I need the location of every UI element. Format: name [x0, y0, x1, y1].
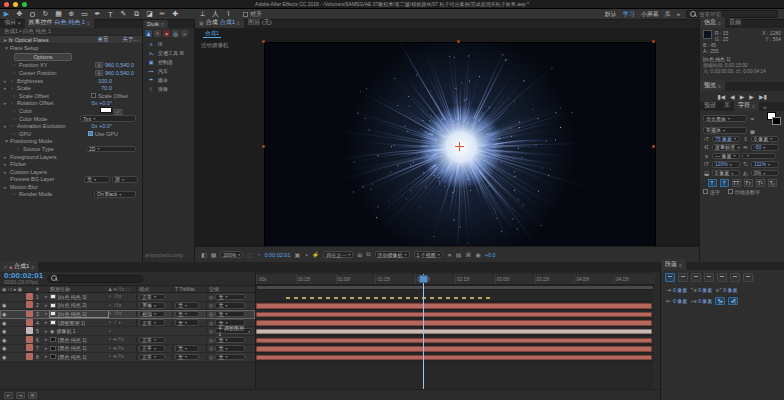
leading-select[interactable]: 0 像素	[751, 136, 779, 143]
tracking-select[interactable]: -50	[751, 144, 779, 151]
stopwatch-icon[interactable]: ◔	[12, 131, 19, 137]
mode-select[interactable]: 正常	[139, 337, 165, 344]
stopwatch-icon[interactable]: ◔	[12, 62, 19, 68]
superscript-toggle[interactable]: T¹	[756, 179, 765, 187]
layer-track-4[interactable]	[256, 319, 654, 328]
last-frame-button[interactable]: ▶▮	[759, 93, 767, 100]
pixel-aspect-icon[interactable]: ≍	[447, 251, 452, 258]
render-mode-select[interactable]: On Black	[94, 191, 136, 198]
fill-stroke-swatches[interactable]	[767, 112, 781, 125]
trkmat-select[interactable]: 无	[175, 354, 199, 361]
workspace-learn[interactable]: 学习	[623, 10, 635, 19]
duik-item-vehicle-ik[interactable]: ⋋交通工具 IK	[143, 48, 194, 57]
eye-icon[interactable]: ◉	[2, 337, 6, 343]
layer-track-7[interactable]	[256, 345, 654, 354]
parent-pickwhip-icon[interactable]: ◎	[209, 302, 213, 308]
trkmat-select[interactable]: 无	[175, 302, 199, 309]
color-mode-select[interactable]: Tint	[80, 115, 136, 122]
brush-tool-icon[interactable]: ✎	[117, 9, 130, 19]
parent-select[interactable]: 无	[215, 337, 245, 344]
layer-duration-bar[interactable]	[256, 320, 652, 326]
timeline-jump-icon[interactable]: ▤	[456, 251, 462, 258]
effect-header[interactable]: ▸ fx Optical Flares 重置 关于...	[0, 36, 142, 44]
duik-constraint-icon[interactable]: ✦	[163, 30, 170, 37]
layer-duration-bar[interactable]	[256, 303, 652, 309]
stopwatch-icon[interactable]: ◔	[12, 191, 19, 197]
parent-pickwhip-icon[interactable]: ◎	[209, 294, 213, 300]
proportional-spacing-select[interactable]: 0%	[751, 170, 779, 177]
composition-image[interactable]	[265, 43, 655, 246]
options-button[interactable]: Options	[14, 53, 72, 61]
parent-pickwhip-icon[interactable]: ◎	[209, 320, 213, 326]
stopwatch-icon[interactable]: ◔	[12, 116, 19, 122]
tab-effects-presets[interactable]: 预设	[700, 100, 720, 111]
label-chip[interactable]	[26, 353, 33, 360]
align-right-button[interactable]	[691, 273, 701, 282]
parent-pickwhip-icon[interactable]: ◎	[209, 337, 213, 343]
parent-select[interactable]: 无	[215, 354, 245, 361]
eyedropper-icon[interactable]: ✒	[749, 116, 756, 122]
baseline-shift-select[interactable]: 0 像素	[712, 170, 740, 177]
eye-icon[interactable]: ◉	[2, 354, 6, 360]
stopwatch-icon[interactable]: ◔	[10, 85, 17, 91]
magnification-select[interactable]: 200%	[220, 251, 243, 258]
comp-flowchart-icon[interactable]: ⌘	[466, 251, 472, 258]
mode-select[interactable]: 正常	[139, 354, 165, 361]
region-of-interest-icon[interactable]: ⊞	[357, 251, 362, 258]
playhead-handle[interactable]	[419, 275, 428, 283]
parent-pickwhip-icon[interactable]: ◎	[209, 345, 213, 351]
parent-pickwhip-icon[interactable]: ◎	[209, 311, 213, 317]
tab-libraries[interactable]: 库	[720, 100, 734, 111]
eye-icon[interactable]: ◉	[2, 345, 6, 351]
effect-point-crosshair[interactable]	[455, 142, 464, 151]
duik-camera-icon[interactable]: ⌁	[181, 30, 188, 37]
parent-select[interactable]: 4. 调整图层 1	[215, 328, 253, 335]
mode-select[interactable]: 正常	[139, 345, 165, 352]
more-panels-chevron[interactable]: »	[759, 103, 770, 111]
group-foreground-layers[interactable]: ▸Foreground Layers	[0, 153, 142, 161]
expand-inout-icon[interactable]: ⊞	[28, 392, 37, 399]
font-size-select[interactable]: 75 像素	[712, 136, 740, 143]
layer-row-5-camera[interactable]: ◉ 5► ◉摄像机 1 ⚬ ◎4. 调整图层 1	[0, 327, 255, 336]
tab-project[interactable]: 项目▾	[0, 17, 25, 28]
ligatures-checkbox[interactable]	[703, 189, 708, 194]
effect-reset-link[interactable]: 重置	[97, 36, 108, 43]
bg-layer-select[interactable]: 无	[84, 176, 110, 183]
panel-menu-icon[interactable]: ≡	[31, 264, 34, 270]
tab-effect-controls[interactable]: 效果控件 白色 纯色 1 ≡	[25, 17, 95, 28]
group-positioning-mode[interactable]: ▼Positioning Mode	[0, 138, 142, 146]
panel-menu-icon[interactable]: ≡	[752, 103, 755, 109]
text-direction-ltr-button[interactable]: ¶▸	[715, 297, 725, 305]
effect-about-link[interactable]: 关于...	[122, 36, 138, 43]
workspace-more-chevron[interactable]: »	[677, 11, 680, 17]
eye-icon[interactable]: ◉	[2, 320, 6, 326]
viewer-timecode[interactable]: 0:00:02:01	[264, 252, 290, 258]
panel-menu-icon[interactable]: ≡	[679, 262, 682, 268]
timeline-search-input[interactable]	[47, 275, 143, 283]
horizontal-scale-select[interactable]: 111%	[751, 161, 779, 168]
selection-handle[interactable]	[262, 145, 265, 148]
label-chip[interactable]	[26, 327, 33, 334]
workspace-small-screen[interactable]: 小屏幕	[641, 10, 659, 19]
space-before-field[interactable]: ⁺≡0 像素	[690, 287, 712, 293]
layer-row-3-selected[interactable]: ◉ 3► [白色 纯色 1] ⚬ ⁄fx 相加 无 ◎无	[0, 310, 255, 319]
mode-select[interactable]: 正常	[139, 294, 165, 301]
text-tool-icon[interactable]: T	[104, 9, 117, 19]
layer-row-4[interactable]: ◉ 4► [调整图层 1] ⚬ ⁄ ◐ 正常 无 ◎无	[0, 319, 255, 328]
indent-left-field[interactable]: ⇥0 像素	[665, 287, 687, 293]
justify-last-right-button[interactable]	[730, 273, 740, 282]
stopwatch-icon[interactable]: ◔	[10, 123, 17, 129]
transparency-grid-icon[interactable]: ⧉	[366, 251, 370, 258]
timeline-track-area[interactable]: :00s00:15f 01:00f01:15f 02:00f02:15f 03:…	[255, 272, 653, 400]
play-button[interactable]: ▶	[740, 93, 745, 100]
layer-row-8[interactable]: ◉ 8► [黑色 纯色 1] ⚬✦⁄fx 正常 无 ◎无	[0, 353, 255, 362]
justify-last-center-button[interactable]	[717, 273, 727, 282]
label-chip[interactable]	[26, 319, 33, 326]
layer-track-6[interactable]	[256, 336, 654, 345]
parent-select[interactable]: 无	[215, 302, 245, 309]
always-preview-icon[interactable]: ◧	[201, 251, 207, 258]
selection-handle[interactable]	[457, 40, 460, 43]
trkmat-select[interactable]: 无	[175, 345, 199, 352]
snapshot-icon[interactable]: ▣	[294, 251, 300, 258]
label-chip[interactable]	[26, 344, 33, 351]
